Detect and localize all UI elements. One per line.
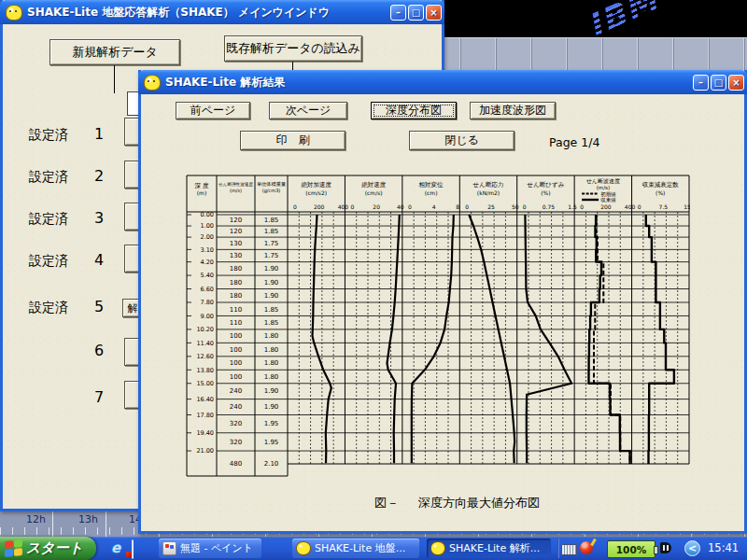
paint-icon bbox=[162, 541, 176, 555]
svg-text:0: 0 bbox=[580, 203, 584, 210]
svg-text:3.10: 3.10 bbox=[201, 246, 214, 254]
shake-app-icon bbox=[296, 541, 311, 555]
minimize-icon[interactable]: – bbox=[693, 75, 709, 91]
print-button[interactable]: 印 刷 bbox=[240, 131, 345, 150]
svg-text:2.00: 2.00 bbox=[201, 233, 214, 241]
task-label: SHAKE-Lite 地盤... bbox=[315, 541, 405, 555]
close-dialog-button[interactable]: 閉じる bbox=[409, 131, 514, 150]
svg-text:320: 320 bbox=[230, 420, 242, 427]
svg-text:1.95: 1.95 bbox=[264, 439, 279, 446]
svg-text:320: 320 bbox=[230, 439, 242, 446]
svg-text:絶対速度: 絶対速度 bbox=[361, 181, 387, 189]
row-status-label: 設定済 bbox=[29, 127, 68, 144]
main-window-titlebar[interactable]: SHAKE-Lite 地盤応答解析（SHAKE） メインウインドウ – □ × bbox=[0, 0, 444, 24]
taskbar-task-shake-main[interactable]: SHAKE-Lite 地盤... bbox=[292, 539, 419, 558]
svg-text:(m/s): (m/s) bbox=[230, 188, 242, 193]
maximize-icon[interactable]: □ bbox=[711, 75, 726, 91]
results-dialog-title: SHAKE-Lite 解析結果 bbox=[165, 75, 693, 91]
maximize-icon[interactable]: □ bbox=[408, 5, 424, 21]
trackpoint-tray-icon[interactable] bbox=[580, 541, 593, 554]
svg-text:(cm/s2): (cm/s2) bbox=[305, 189, 327, 196]
svg-text:1.85: 1.85 bbox=[264, 319, 279, 327]
timeline-label: 13h bbox=[78, 513, 98, 525]
svg-text:11.40: 11.40 bbox=[196, 340, 214, 347]
svg-text:200: 200 bbox=[314, 203, 325, 210]
taskbar: スタート e 無題 - ペイント SHAKE-Lite 地盤... SHAKE-… bbox=[0, 537, 747, 560]
svg-text:19.40: 19.40 bbox=[196, 429, 214, 437]
power-plug-icon[interactable] bbox=[660, 542, 671, 553]
svg-text:相対変位: 相対変位 bbox=[418, 181, 444, 189]
svg-text:16.40: 16.40 bbox=[196, 396, 214, 403]
svg-text:(g/cm3): (g/cm3) bbox=[262, 188, 281, 194]
svg-text:0.00: 0.00 bbox=[201, 211, 214, 218]
svg-text:100: 100 bbox=[230, 332, 242, 340]
page-indicator: Page 1/4 bbox=[549, 135, 599, 149]
row-number: 5 bbox=[94, 298, 104, 315]
close-icon[interactable]: × bbox=[728, 75, 744, 91]
minimize-icon[interactable]: – bbox=[390, 5, 406, 21]
close-icon[interactable]: × bbox=[426, 5, 442, 21]
svg-text:7.80: 7.80 bbox=[201, 299, 214, 306]
timeline-label: 12h bbox=[26, 513, 46, 525]
accel-waveform-button[interactable]: 加速度波形図 bbox=[470, 102, 556, 119]
main-window-title: SHAKE-Lite 地盤応答解析（SHAKE） メインウインドウ bbox=[27, 5, 390, 21]
svg-text:1.90: 1.90 bbox=[264, 387, 279, 395]
depth-chart-button[interactable]: 深度分布図 bbox=[371, 102, 457, 119]
svg-text:絶対加速度: 絶対加速度 bbox=[301, 181, 331, 189]
svg-text:6.60: 6.60 bbox=[201, 286, 214, 293]
taskbar-task-paint[interactable]: 無題 - ペイント bbox=[159, 539, 261, 558]
row-number: 2 bbox=[94, 167, 104, 185]
svg-text:1.80: 1.80 bbox=[264, 346, 279, 354]
flow-connector bbox=[114, 65, 115, 93]
windows-flag-icon bbox=[5, 539, 22, 557]
svg-text:1.85: 1.85 bbox=[264, 228, 279, 235]
svg-text:15.00: 15.00 bbox=[196, 380, 214, 387]
prev-page-button[interactable]: 前ページ bbox=[176, 102, 250, 119]
svg-text:400: 400 bbox=[625, 203, 636, 210]
internet-explorer-icon[interactable]: e bbox=[111, 540, 126, 555]
svg-text:1.95: 1.95 bbox=[264, 420, 279, 427]
svg-text:0: 0 bbox=[638, 203, 641, 210]
svg-text:1.90: 1.90 bbox=[264, 265, 279, 273]
svg-text:15: 15 bbox=[684, 203, 690, 210]
new-analysis-data-button[interactable]: 新規解析データ bbox=[49, 39, 180, 65]
tray-collapse-icon[interactable]: < bbox=[684, 540, 700, 556]
battery-indicator[interactable]: 100% bbox=[607, 540, 655, 558]
svg-text:4.20: 4.20 bbox=[201, 259, 214, 266]
taskbar-task-shake-results[interactable]: SHAKE-Lite 解析... bbox=[427, 539, 551, 558]
show-desktop-icon[interactable] bbox=[132, 539, 134, 559]
svg-text:単位体積重量: 単位体積重量 bbox=[257, 181, 286, 187]
row-number: 4 bbox=[94, 251, 104, 269]
svg-text:120: 120 bbox=[230, 228, 242, 235]
row-status-label: 設定済 bbox=[29, 253, 68, 270]
svg-text:100: 100 bbox=[230, 346, 242, 354]
row-status-label: 設定済 bbox=[29, 211, 68, 228]
next-page-button[interactable]: 次ページ bbox=[269, 102, 347, 119]
svg-text:240: 240 bbox=[230, 403, 242, 411]
svg-text:17.80: 17.80 bbox=[196, 412, 214, 419]
load-analysis-data-button[interactable]: 既存解析データの読込み bbox=[224, 35, 362, 62]
svg-text:1.75: 1.75 bbox=[264, 240, 279, 247]
shake-app-icon bbox=[6, 5, 22, 21]
svg-text:1.80: 1.80 bbox=[264, 373, 279, 381]
svg-text:1.85: 1.85 bbox=[264, 306, 279, 314]
task-label: 無題 - ペイント bbox=[180, 541, 253, 555]
svg-text:110: 110 bbox=[230, 306, 242, 314]
svg-text:100: 100 bbox=[230, 359, 242, 367]
keyboard-tray-icon[interactable] bbox=[561, 544, 577, 555]
svg-text:1.90: 1.90 bbox=[264, 403, 279, 411]
start-button[interactable]: スタート bbox=[0, 537, 96, 560]
figure-caption-prefix: 図－ bbox=[374, 495, 399, 511]
svg-text:0: 0 bbox=[408, 203, 412, 210]
svg-text:25: 25 bbox=[487, 203, 495, 210]
svg-text:400: 400 bbox=[338, 203, 349, 210]
svg-text:1.90: 1.90 bbox=[264, 292, 279, 300]
svg-text:0: 0 bbox=[465, 203, 469, 210]
screen: IBM 12h 13h 14h SHAKE-Lite 地盤応答解析（SHAKE）… bbox=[0, 0, 747, 560]
row-number: 7 bbox=[94, 388, 104, 406]
svg-text:1.80: 1.80 bbox=[264, 332, 279, 340]
svg-text:100: 100 bbox=[230, 373, 242, 381]
results-dialog-titlebar[interactable]: SHAKE-Lite 解析結果 – □ × bbox=[138, 70, 747, 94]
shake-app-icon bbox=[430, 541, 445, 555]
svg-text:0.75: 0.75 bbox=[543, 203, 556, 210]
